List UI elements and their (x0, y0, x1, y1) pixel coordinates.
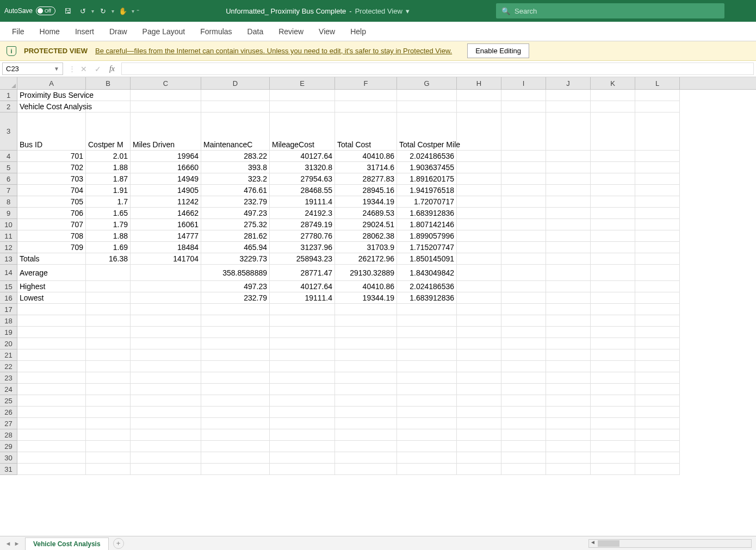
cell-K13[interactable] (591, 253, 635, 265)
cell-L30[interactable] (635, 452, 680, 464)
row-header-4[interactable]: 4 (0, 151, 17, 162)
cell-H6[interactable] (457, 173, 501, 185)
search-box[interactable]: 🔍 (496, 3, 724, 18)
qat-dropdown-icon[interactable]: ▾ (91, 8, 94, 14)
cell-L25[interactable] (635, 395, 680, 407)
cell-F14[interactable]: 29130.32889 (335, 265, 397, 281)
cell-H2[interactable] (457, 101, 501, 112)
cell-L13[interactable] (635, 253, 680, 265)
cell-D27[interactable] (201, 418, 270, 429)
cell-B8[interactable]: 1.7 (86, 196, 131, 208)
cell-C24[interactable] (131, 384, 201, 395)
cell-G22[interactable] (397, 361, 457, 372)
cell-B18[interactable] (86, 315, 131, 327)
cell-B16[interactable] (86, 292, 131, 304)
cell-E18[interactable] (270, 315, 335, 327)
cell-E3[interactable]: MileageCost (270, 112, 335, 151)
cell-C15[interactable] (131, 281, 201, 292)
cell-H7[interactable] (457, 185, 501, 196)
cell-B2[interactable] (86, 101, 131, 112)
row-header-28[interactable]: 28 (0, 429, 17, 441)
cell-I3[interactable] (501, 112, 546, 151)
column-header-H[interactable]: H (457, 77, 501, 89)
touch-mode-icon[interactable]: ✋ (116, 4, 129, 17)
cell-C22[interactable] (131, 361, 201, 372)
cell-G20[interactable] (397, 338, 457, 349)
cell-E6[interactable]: 27954.63 (270, 173, 335, 185)
cell-I8[interactable] (501, 196, 546, 208)
cell-K14[interactable] (591, 265, 635, 281)
cell-K8[interactable] (591, 196, 635, 208)
cell-E30[interactable] (270, 452, 335, 464)
cell-L28[interactable] (635, 429, 680, 441)
cell-E16[interactable]: 19111.4 (270, 292, 335, 304)
cell-C31[interactable] (131, 464, 201, 475)
cell-B12[interactable]: 1.69 (86, 242, 131, 253)
cell-K15[interactable] (591, 281, 635, 292)
cell-A3[interactable]: Bus ID (17, 112, 86, 151)
cell-H14[interactable] (457, 265, 501, 281)
cell-A14[interactable]: Average (17, 265, 86, 281)
cell-F25[interactable] (335, 395, 397, 407)
column-header-E[interactable]: E (270, 77, 335, 89)
cell-I27[interactable] (501, 418, 546, 429)
cell-I4[interactable] (501, 151, 546, 162)
toggle-switch[interactable]: Off (36, 7, 55, 15)
cell-B9[interactable]: 1.65 (86, 208, 131, 219)
cell-D6[interactable]: 323.2 (201, 173, 270, 185)
cell-E12[interactable]: 31237.96 (270, 242, 335, 253)
column-header-C[interactable]: C (131, 77, 201, 89)
cell-L20[interactable] (635, 338, 680, 349)
cell-B10[interactable]: 1.79 (86, 219, 131, 230)
row-header-2[interactable]: 2 (0, 101, 17, 112)
cell-H23[interactable] (457, 372, 501, 384)
cell-I14[interactable] (501, 265, 546, 281)
cell-B3[interactable]: Costper M (86, 112, 131, 151)
select-all-corner[interactable] (0, 77, 17, 89)
cell-J20[interactable] (546, 338, 591, 349)
cell-K12[interactable] (591, 242, 635, 253)
cell-A16[interactable]: Lowest (17, 292, 86, 304)
cell-D29[interactable] (201, 441, 270, 452)
cell-H22[interactable] (457, 361, 501, 372)
cell-F29[interactable] (335, 441, 397, 452)
cell-G15[interactable]: 2.024186536 (397, 281, 457, 292)
cell-C18[interactable] (131, 315, 201, 327)
cell-J12[interactable] (546, 242, 591, 253)
cell-G6[interactable]: 1.891620175 (397, 173, 457, 185)
cell-E17[interactable] (270, 304, 335, 315)
cell-H10[interactable] (457, 219, 501, 230)
row-header-31[interactable]: 31 (0, 464, 17, 475)
cell-L22[interactable] (635, 361, 680, 372)
cell-K16[interactable] (591, 292, 635, 304)
cell-D8[interactable]: 232.79 (201, 196, 270, 208)
cell-J8[interactable] (546, 196, 591, 208)
ribbon-tab-data[interactable]: Data (240, 22, 271, 41)
cell-K3[interactable] (591, 112, 635, 151)
cell-F13[interactable]: 262172.96 (335, 253, 397, 265)
cell-B14[interactable] (86, 265, 131, 281)
cell-D21[interactable] (201, 349, 270, 361)
cell-H31[interactable] (457, 464, 501, 475)
cell-L14[interactable] (635, 265, 680, 281)
cell-C1[interactable] (131, 90, 201, 101)
row-header-3[interactable]: 3 (0, 112, 17, 151)
cell-F8[interactable]: 19344.19 (335, 196, 397, 208)
cell-L27[interactable] (635, 418, 680, 429)
cell-G26[interactable] (397, 407, 457, 418)
cell-A30[interactable] (17, 452, 86, 464)
cell-B6[interactable]: 1.87 (86, 173, 131, 185)
cell-J3[interactable] (546, 112, 591, 151)
cell-E25[interactable] (270, 395, 335, 407)
row-header-11[interactable]: 11 (0, 230, 17, 242)
cell-E27[interactable] (270, 418, 335, 429)
cell-D20[interactable] (201, 338, 270, 349)
cell-C13[interactable]: 141704 (131, 253, 201, 265)
cell-E24[interactable] (270, 384, 335, 395)
cell-H5[interactable] (457, 162, 501, 173)
cell-G14[interactable]: 1.843049842 (397, 265, 457, 281)
cell-I16[interactable] (501, 292, 546, 304)
autosave-toggle[interactable]: AutoSave Off (4, 7, 55, 15)
cell-C17[interactable] (131, 304, 201, 315)
cell-K10[interactable] (591, 219, 635, 230)
